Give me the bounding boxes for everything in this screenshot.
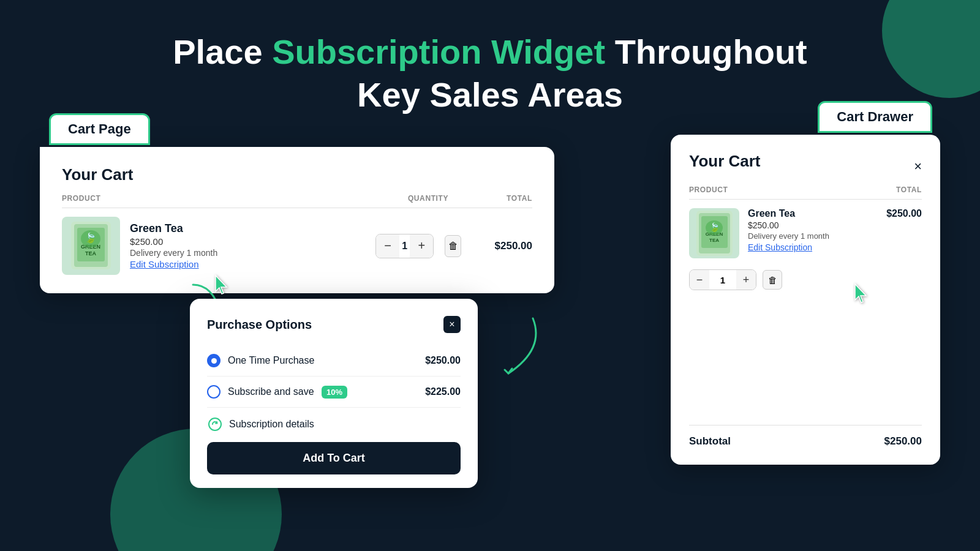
subtotal-label: Subtotal (689, 435, 731, 448)
drawer-edit-subscription-link[interactable]: Edit Subscription (748, 242, 812, 252)
drawer-col-product: PRODUCT (689, 186, 728, 194)
quantity-controls: − 1 + (375, 234, 434, 258)
quantity-value: 1 (399, 241, 410, 252)
main-title-section: Place Subscription Widget Throughout Key… (0, 0, 980, 116)
drawer-quantity-controls: − 1 + (689, 269, 756, 290)
save-badge: 10% (322, 386, 347, 399)
drawer-quantity-decrease-button[interactable]: − (690, 270, 709, 290)
cart-page-title: Your Cart (62, 165, 532, 184)
product-info: Green Tea $250.00 Delivery every 1 month… (130, 222, 366, 270)
heading-highlight: Subscription Widget (272, 32, 605, 71)
quantity-increase-button[interactable]: + (410, 234, 433, 258)
drawer-tea-package-svg: GREEN TEA 🍃 (692, 208, 737, 258)
svg-text:TEA: TEA (709, 238, 719, 243)
arrow-right (496, 312, 570, 388)
heading-text-place: Place (173, 32, 272, 71)
drawer-product-image: GREEN TEA 🍃 (689, 208, 739, 258)
drawer-quantity-increase-button[interactable]: + (736, 270, 756, 290)
delete-item-button[interactable]: 🗑 (445, 235, 461, 257)
row-total: $250.00 (471, 240, 532, 252)
cart-row: GREEN TEA 🍃 Green Tea $250.00 Delivery e… (62, 217, 532, 275)
drawer-subtotal-row: Subtotal $250.00 (689, 435, 922, 448)
quantity-section: − 1 + 🗑 (375, 234, 461, 258)
product-delivery: Delivery every 1 month (130, 248, 366, 258)
drawer-delete-button[interactable]: 🗑 (763, 270, 782, 290)
option-one-time-row[interactable]: One Time Purchase $250.00 (207, 345, 461, 377)
cursor-right (853, 283, 871, 309)
modal-header: Purchase Options × (207, 316, 461, 333)
svg-text:🍃: 🍃 (709, 222, 720, 233)
drawer-product-name: Green Tea (748, 208, 795, 219)
radio-one-time[interactable] (207, 354, 221, 367)
heading-text-throughout: Throughout (605, 32, 807, 71)
cart-drawer-tab-label: Cart Drawer (837, 109, 913, 124)
cart-page-col-labels: PRODUCT QUANTITY TOTAL (62, 194, 532, 208)
subscription-details-icon (207, 416, 223, 432)
edit-subscription-link[interactable]: Edit Subscription (130, 259, 199, 269)
modal-title: Purchase Options (207, 318, 312, 332)
option-one-time-label: One Time Purchase (228, 355, 418, 366)
heading-line2: Key Sales Areas (357, 75, 623, 114)
drawer-trash-icon: 🗑 (768, 275, 777, 285)
subtotal-value: $250.00 (884, 435, 922, 448)
purchase-options-modal: Purchase Options × One Time Purchase $25… (190, 299, 478, 488)
cart-drawer-title: Your Cart (689, 152, 761, 171)
cart-drawer-header: Your Cart × (689, 152, 922, 181)
drawer-quantity-value: 1 (709, 275, 736, 285)
cart-drawer-tab[interactable]: Cart Drawer (818, 101, 932, 133)
cursor-left (213, 274, 232, 301)
col-label-quantity: QUANTITY (385, 194, 471, 203)
cart-page-tab-label: Cart Page (68, 121, 131, 137)
option-subscribe-price: $225.00 (425, 386, 461, 397)
drawer-product-name-row: Green Tea $250.00 (748, 208, 922, 219)
radio-subscribe[interactable] (207, 385, 221, 399)
cart-page-tab[interactable]: Cart Page (49, 113, 150, 145)
col-label-product: PRODUCT (62, 194, 385, 203)
drawer-qty-row: − 1 + 🗑 (689, 269, 922, 290)
option-subscribe-row[interactable]: Subscribe and save 10% $225.00 (207, 377, 461, 408)
drawer-product-price-right: $250.00 (886, 208, 922, 219)
subscription-details-label: Subscription details (229, 419, 314, 430)
drawer-col-total: TOTAL (896, 186, 922, 194)
cart-drawer-close-button[interactable]: × (914, 160, 922, 173)
drawer-product-row: GREEN TEA 🍃 Green Tea $250.00 $250.00 De… (689, 208, 922, 258)
col-label-total: TOTAL (471, 194, 532, 203)
option-one-time-price: $250.00 (425, 355, 461, 366)
quantity-decrease-button[interactable]: − (376, 234, 399, 258)
drawer-product-delivery: Delivery every 1 month (748, 231, 922, 241)
refresh-icon-svg (208, 417, 222, 432)
drawer-product-info: Green Tea $250.00 $250.00 Delivery every… (748, 208, 922, 253)
option-subscribe-label: Subscribe and save 10% (228, 386, 418, 397)
modal-close-button[interactable]: × (443, 316, 461, 333)
trash-icon: 🗑 (448, 241, 458, 252)
drawer-product-price: $250.00 (748, 220, 922, 230)
svg-point-7 (209, 418, 221, 430)
product-price: $250.00 (130, 236, 366, 247)
subscription-details-row[interactable]: Subscription details (207, 408, 461, 438)
add-to-cart-button[interactable]: Add To Cart (207, 442, 461, 474)
svg-text:🍃: 🍃 (85, 232, 97, 244)
drawer-divider (689, 425, 922, 425)
cart-page-panel: Your Cart PRODUCT QUANTITY TOTAL GREEN T… (40, 147, 554, 293)
drawer-cart-row: GREEN TEA 🍃 Green Tea $250.00 $250.00 De… (689, 208, 922, 290)
product-name: Green Tea (130, 222, 366, 235)
drawer-col-labels: PRODUCT TOTAL (689, 186, 922, 200)
cart-drawer-panel: Your Cart × PRODUCT TOTAL GREEN TEA 🍃 (671, 135, 940, 465)
product-image: GREEN TEA 🍃 (62, 217, 120, 275)
svg-text:TEA: TEA (85, 250, 97, 257)
radio-one-time-inner (211, 358, 217, 364)
tea-package-svg: GREEN TEA 🍃 (65, 217, 117, 275)
